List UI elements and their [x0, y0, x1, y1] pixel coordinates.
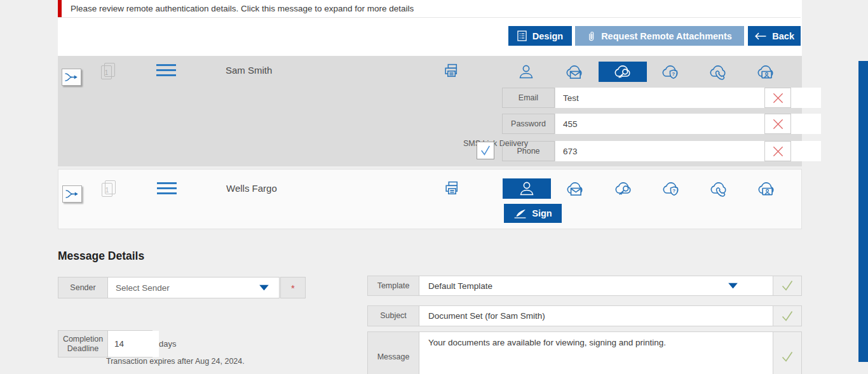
subject-valid-check: [773, 306, 801, 326]
recipient-name: Sam Smith: [226, 65, 272, 76]
delete-phone-button[interactable]: [764, 141, 791, 161]
request-remote-attachments-button[interactable]: Request Remote Attachments: [575, 26, 744, 46]
delete-email-button[interactable]: [764, 88, 791, 108]
request-remote-attachments-label: Request Remote Attachments: [601, 31, 732, 41]
scrollbar-thumb[interactable]: [858, 61, 868, 362]
cloud-envelope-icon: [566, 180, 585, 197]
paperclip-icon: [587, 30, 595, 42]
back-button[interactable]: Back: [748, 26, 801, 46]
delete-password-button[interactable]: [764, 114, 791, 134]
check-icon: [781, 280, 794, 291]
document-count-icon: 1: [101, 63, 116, 81]
delete-x-icon: [771, 117, 785, 131]
auth-method-sms-button[interactable]: [694, 62, 742, 82]
auth-method-email-button[interactable]: [551, 178, 599, 199]
auth-method-qa-button[interactable]: ?: [646, 62, 695, 82]
sign-pen-icon: [513, 209, 527, 218]
completion-deadline-group: Completion Deadline: [58, 330, 153, 357]
svg-text:?: ?: [672, 71, 675, 77]
printer-icon-button[interactable]: [443, 63, 460, 80]
remote-auth-warning-banner[interactable]: Please review remote authentication deta…: [58, 0, 801, 18]
template-field-row: Template Default Template: [367, 276, 802, 296]
template-valid-check: [773, 276, 801, 295]
merge-arrow-icon: [64, 72, 79, 83]
phone-field-label: Phone: [502, 141, 555, 161]
merge-arrow-icon: [64, 189, 80, 199]
recipient-name: Wells Fargo: [226, 183, 277, 194]
document-count-icon: 1: [102, 180, 117, 198]
sender-required-marker: *: [280, 277, 306, 298]
reorder-recipient-button[interactable]: [62, 185, 82, 203]
cloud-phone-icon: [709, 180, 728, 197]
password-field-label: Password: [502, 114, 555, 134]
subject-input[interactable]: Document Set (for Sam Smith): [419, 306, 773, 326]
auth-method-password-button[interactable]: [599, 62, 647, 82]
caret-down-icon: [259, 285, 269, 291]
auth-method-person-button[interactable]: [503, 178, 551, 199]
completion-deadline-input[interactable]: [108, 331, 159, 357]
caret-down-icon: [728, 283, 738, 289]
auth-method-qa-button[interactable]: ?: [647, 178, 695, 199]
template-select[interactable]: Default Template: [419, 276, 773, 295]
svg-text:?: ?: [672, 188, 675, 194]
cloud-shield-question-icon: ?: [661, 180, 681, 197]
design-button[interactable]: Design: [508, 26, 572, 46]
esign-transaction-page: Please review remote authentication deta…: [0, 0, 868, 374]
template-select-value: Default Template: [428, 281, 492, 291]
cloud-key-icon: [614, 180, 633, 197]
check-icon: [478, 144, 492, 157]
recipient-row-sam-smith: 1 Sam Smith: [58, 56, 802, 166]
sms-link-delivery-checkbox[interactable]: [477, 142, 494, 159]
sender-field-group: Sender Select Sender: [58, 277, 280, 298]
template-label: Template: [368, 276, 419, 295]
printer-icon-button[interactable]: [444, 180, 461, 197]
menu-icon[interactable]: [156, 64, 176, 79]
back-button-label: Back: [772, 31, 794, 41]
person-icon: [518, 63, 534, 80]
subject-field-row: Subject Document Set (for Sam Smith): [367, 305, 802, 326]
email-field-label: Email: [502, 88, 555, 108]
cloud-envelope-icon: [565, 63, 584, 80]
message-valid-check: [773, 332, 801, 374]
document-count-value: 1: [102, 183, 112, 197]
auth-method-email-button[interactable]: [550, 62, 599, 82]
cloud-key-icon: [613, 63, 632, 80]
printer-icon: [444, 180, 461, 197]
auth-method-person-button[interactable]: [502, 62, 550, 82]
recipient-row-wells-fargo: 1 Wells Fargo: [58, 169, 802, 229]
design-button-label: Design: [532, 31, 563, 41]
back-arrow-icon: [754, 32, 766, 41]
sender-select[interactable]: Select Sender: [108, 277, 279, 298]
cloud-id-card-icon: [756, 63, 775, 80]
sender-label: Sender: [58, 277, 108, 298]
person-icon: [519, 180, 535, 197]
delete-x-icon: [771, 145, 785, 158]
delete-x-icon: [771, 91, 785, 105]
cloud-shield-question-icon: ?: [661, 63, 680, 80]
completion-deadline-label: Completion Deadline: [58, 331, 108, 357]
auth-method-id-verification-button[interactable]: [742, 62, 790, 82]
menu-icon[interactable]: [157, 182, 177, 197]
printer-icon: [443, 63, 460, 80]
message-field-row: Message Your documents are available for…: [367, 331, 802, 374]
sign-button[interactable]: Sign: [504, 204, 562, 223]
days-unit-label: days: [159, 339, 176, 349]
cloud-phone-icon: [709, 63, 728, 80]
expiry-note: Transaction expires after Aug 24, 2024.: [106, 357, 245, 366]
warning-banner-text: Please review remote authentication deta…: [71, 4, 414, 13]
sign-button-label: Sign: [532, 208, 552, 218]
cloud-id-card-icon: [757, 180, 776, 197]
auth-method-sms-button[interactable]: [695, 178, 743, 199]
auth-method-id-verification-button[interactable]: [742, 178, 790, 199]
check-icon: [781, 351, 794, 363]
message-label: Message: [368, 332, 419, 374]
subject-label: Subject: [368, 306, 419, 326]
check-icon: [781, 311, 794, 322]
document-count-value: 1: [101, 65, 112, 79]
sender-select-value: Select Sender: [116, 283, 170, 293]
message-textarea[interactable]: Your documents are available for viewing…: [419, 332, 773, 374]
design-document-icon: [517, 30, 527, 41]
reorder-recipient-button[interactable]: [62, 69, 81, 86]
auth-method-password-button[interactable]: [599, 178, 648, 199]
warning-accent-bar: [58, 0, 62, 17]
